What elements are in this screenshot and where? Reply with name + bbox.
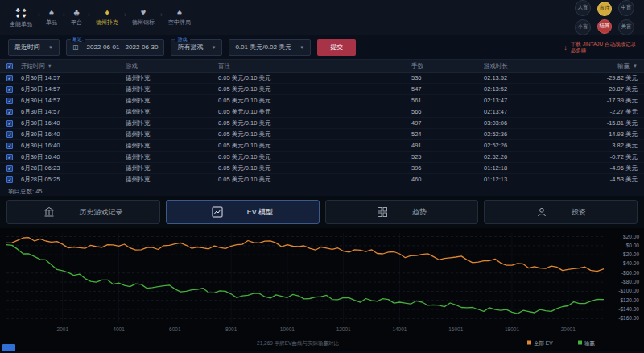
row-checkbox[interactable]: ✓ — [6, 154, 13, 160]
badge-center-action[interactable]: 盲注 — [597, 2, 612, 16]
legend-label-0[interactable]: 全部 EV — [534, 340, 553, 347]
download-link[interactable]: ↓ 下载 JINTAJU 自动战绩记录 必多赚 — [564, 41, 636, 54]
badge-column-center: 盲注 结算 — [597, 2, 612, 34]
breadcrumb-item-2[interactable]: ♣平台 — [71, 8, 82, 27]
time-range-select[interactable]: 最近时间 ▼ — [8, 39, 60, 56]
cell-hands: 460 — [411, 176, 484, 183]
legend-swatch-1[interactable] — [578, 341, 582, 345]
date-range-picker[interactable]: 最近: ⊞ 2022-06-01 - 2022-06-30 — [66, 39, 165, 56]
date-range-label: 最近: — [71, 37, 85, 42]
badge-mid-blind[interactable]: 中盲 — [618, 0, 634, 16]
blind-level-value: 0.01 美元/0.02 美元 — [235, 43, 291, 52]
diamond-icon: ♦ — [105, 8, 109, 17]
cell-start-time: 6月30日 16:40 — [21, 119, 126, 127]
cell-start-time: 6月30日 14:57 — [21, 97, 126, 105]
badge-no-blind[interactable]: 关盲 — [618, 19, 634, 35]
row-checkbox[interactable]: ✓ — [6, 143, 13, 149]
table-row[interactable]: ✓6月30日 14:57德州扑克0.05 美元/0.10 美元54702:13:… — [0, 84, 644, 95]
tab-0[interactable]: 历史游戏记录 — [6, 200, 160, 224]
row-checkbox[interactable]: ✓ — [6, 131, 13, 138]
badge-column-right: 中盲 关盲 — [618, 0, 634, 35]
ev-chart-panel: 2001400160018001100011200114001160011800… — [0, 228, 644, 351]
column-header-2[interactable]: 盲注 — [218, 62, 411, 70]
row-checkbox[interactable]: ✓ — [6, 176, 13, 183]
row-checkbox[interactable]: ✓ — [6, 98, 13, 104]
breadcrumb-item-4[interactable]: ♥德州锦标 — [132, 8, 155, 27]
filter-icon[interactable]: ▼ — [633, 64, 638, 69]
total-count: 项目总数: 45 — [0, 185, 644, 196]
cell-start-time: 6月28日 06:23 — [21, 164, 126, 172]
svg-text:-$140.00: -$140.00 — [618, 306, 639, 312]
column-header-5[interactable]: 输赢▼ — [564, 62, 638, 70]
spade-icon: ♠ — [177, 8, 182, 17]
header-checkbox[interactable]: ✓ — [6, 63, 13, 69]
blind-level-select[interactable]: 0.01 美元/0.02 美元 ▼ — [229, 39, 311, 56]
breadcrumb-item-0[interactable]: ♣♠♦♥全能单品 — [10, 7, 32, 28]
badge-column-left: 大盲 小盲 — [575, 0, 591, 35]
row-checkbox[interactable]: ✓ — [6, 120, 13, 127]
suits-logo-icon: ♣♠♦♥ — [14, 7, 27, 19]
tab-2[interactable]: 趋势 — [325, 200, 479, 224]
column-header-0[interactable]: 开始时间▼ — [21, 62, 126, 70]
svg-text:-$120.00: -$120.00 — [618, 297, 639, 303]
table-row[interactable]: ✓6月28日 05:25德州扑克0.05 美元/0.10 美元46001:12:… — [0, 174, 644, 185]
cell-duration: 02:52:26 — [484, 153, 564, 160]
svg-text:-$40.00: -$40.00 — [621, 260, 639, 266]
cell-game: 德州扑克 — [126, 97, 218, 105]
svg-text:18001: 18001 — [505, 326, 519, 332]
row-checkbox[interactable]: ✓ — [6, 86, 13, 93]
badge-big-blind[interactable]: 大盲 — [575, 0, 591, 16]
breadcrumb-item-3[interactable]: ♦德州扑克 — [96, 8, 118, 27]
table-row[interactable]: ✓6月30日 16:40德州扑克0.05 美元/0.10 美元49102:52:… — [0, 140, 644, 152]
table-row[interactable]: ✓6月30日 14:57德州扑克0.05 美元/0.10 美元56102:13:… — [0, 95, 644, 106]
cell-hands: 491 — [411, 142, 484, 149]
tab-1[interactable]: EV 模型 — [166, 200, 320, 224]
cell-duration: 02:52:36 — [484, 131, 564, 138]
cell-start-time: 6月30日 16:40 — [21, 142, 126, 150]
column-header-3[interactable]: 手数 — [411, 62, 484, 70]
view-tabs: 历史游戏记录EV 模型趋势投资 — [0, 196, 644, 228]
cell-start-time: 6月30日 14:57 — [21, 85, 126, 93]
cell-duration: 02:52:26 — [484, 142, 564, 149]
table-row[interactable]: ✓6月30日 16:40德州扑克0.05 美元/0.10 美元52502:52:… — [0, 152, 644, 163]
column-header-1[interactable]: 游戏 — [126, 62, 218, 70]
breadcrumb-item-1[interactable]: ♠单品 — [46, 8, 57, 27]
cell-hands: 497 — [411, 119, 484, 127]
cell-hands: 547 — [411, 85, 484, 93]
cell-game: 德州扑克 — [126, 131, 218, 139]
legend-swatch-0[interactable] — [527, 341, 531, 345]
svg-text:-$80.00: -$80.00 — [621, 279, 639, 284]
svg-text:-$160.00: -$160.00 — [618, 315, 639, 321]
cell-hands: 561 — [411, 97, 484, 104]
cell-blinds: 0.05 美元/0.10 美元 — [218, 97, 411, 105]
cell-result: -29.82 美元 — [564, 74, 638, 82]
legend-label-1[interactable]: 输赢 — [584, 340, 596, 347]
breadcrumb-item-5[interactable]: ♠空中牌局 — [168, 8, 191, 27]
cell-result: -2.27 美元 — [564, 108, 638, 116]
row-checkbox[interactable]: ✓ — [6, 109, 13, 115]
corner-button[interactable] — [2, 344, 15, 351]
cell-game: 德州扑克 — [126, 85, 218, 93]
game-select-value: 所有游戏 — [177, 43, 203, 52]
game-select-label: 游戏: — [175, 37, 190, 42]
game-select[interactable]: 游戏: 所有游戏 ▼ — [171, 39, 222, 56]
table-row[interactable]: ✓6月30日 16:40德州扑克0.05 美元/0.10 美元49703:03:… — [0, 118, 644, 129]
table-row[interactable]: ✓6月30日 16:40德州扑克0.05 美元/0.10 美元52402:52:… — [0, 129, 644, 140]
table-row[interactable]: ✓6月28日 06:23德州扑克0.05 美元/0.10 美元39601:12:… — [0, 163, 644, 174]
row-checkbox[interactable]: ✓ — [6, 165, 13, 172]
submit-button[interactable]: 提交 — [317, 39, 356, 56]
cell-game: 德州扑克 — [126, 108, 218, 116]
tab-3[interactable]: 投资 — [484, 200, 638, 224]
badge-generate[interactable]: 结算 — [597, 19, 612, 34]
table-row[interactable]: ✓6月30日 14:57德州扑克0.05 美元/0.10 美元56602:13:… — [0, 106, 644, 118]
cell-start-time: 6月30日 14:57 — [21, 108, 126, 116]
svg-text:8001: 8001 — [225, 326, 237, 332]
row-checkbox[interactable]: ✓ — [6, 75, 13, 81]
table-row[interactable]: ✓6月30日 14:57德州扑克0.05 美元/0.10 美元53602:13:… — [0, 73, 644, 84]
date-range-value: 2022-06-01 - 2022-06-30 — [87, 44, 159, 51]
cell-blinds: 0.05 美元/0.10 美元 — [218, 85, 411, 93]
cell-duration: 02:13:47 — [484, 108, 564, 115]
badge-small-blind[interactable]: 小盲 — [575, 19, 591, 35]
breadcrumb-separator: › — [38, 10, 40, 19]
column-header-4[interactable]: 游戏时长 — [484, 62, 564, 70]
